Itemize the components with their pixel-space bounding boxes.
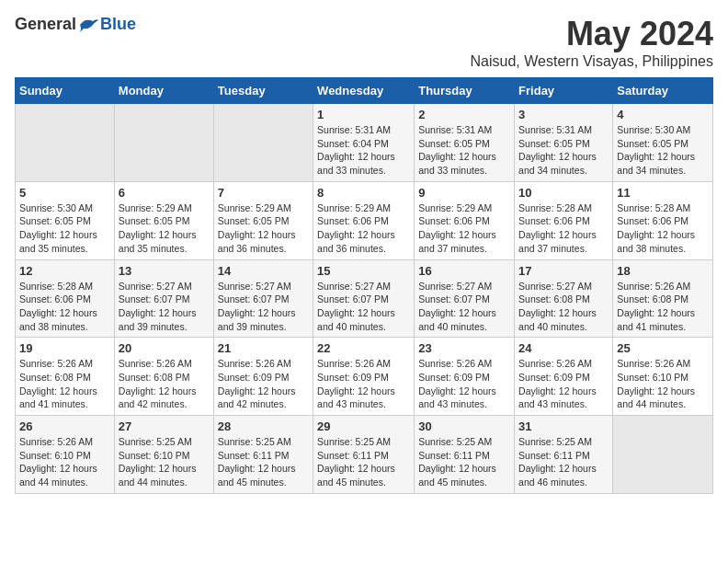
day-info: Sunrise: 5:26 AM Sunset: 6:10 PM Dayligh… (617, 357, 709, 411)
calendar-cell: 3Sunrise: 5:31 AM Sunset: 6:05 PM Daylig… (515, 104, 613, 182)
calendar-cell (114, 104, 213, 182)
day-info: Sunrise: 5:29 AM Sunset: 6:06 PM Dayligh… (317, 201, 410, 256)
calendar-cell: 23Sunrise: 5:26 AM Sunset: 6:09 PM Dayli… (415, 338, 515, 416)
day-number: 3 (518, 108, 609, 121)
main-title: May 2024 (471, 15, 713, 53)
calendar-cell (213, 104, 313, 182)
calendar-cell: 27Sunrise: 5:25 AM Sunset: 6:10 PM Dayli… (114, 416, 213, 494)
calendar-cell: 21Sunrise: 5:26 AM Sunset: 6:09 PM Dayli… (213, 338, 313, 416)
calendar-cell: 6Sunrise: 5:29 AM Sunset: 6:05 PM Daylig… (114, 181, 213, 259)
calendar-cell: 18Sunrise: 5:26 AM Sunset: 6:08 PM Dayli… (613, 259, 713, 338)
day-info: Sunrise: 5:26 AM Sunset: 6:09 PM Dayligh… (518, 357, 609, 411)
day-info: Sunrise: 5:25 AM Sunset: 6:11 PM Dayligh… (418, 435, 510, 489)
day-info: Sunrise: 5:26 AM Sunset: 6:09 PM Dayligh… (418, 357, 510, 411)
calendar-cell: 16Sunrise: 5:27 AM Sunset: 6:07 PM Dayli… (415, 259, 515, 338)
column-header-sunday: Sunday (16, 78, 115, 104)
day-info: Sunrise: 5:26 AM Sunset: 6:08 PM Dayligh… (119, 357, 210, 411)
day-number: 29 (317, 419, 410, 433)
calendar-week-row: 12Sunrise: 5:28 AM Sunset: 6:06 PM Dayli… (16, 259, 713, 338)
day-number: 30 (418, 419, 510, 433)
calendar-cell: 8Sunrise: 5:29 AM Sunset: 6:06 PM Daylig… (313, 181, 415, 259)
logo-bird-icon (78, 16, 100, 34)
day-info: Sunrise: 5:29 AM Sunset: 6:05 PM Dayligh… (218, 201, 309, 256)
calendar-cell: 28Sunrise: 5:25 AM Sunset: 6:11 PM Dayli… (213, 416, 313, 494)
day-info: Sunrise: 5:27 AM Sunset: 6:07 PM Dayligh… (418, 280, 510, 334)
column-header-tuesday: Tuesday (213, 78, 313, 104)
calendar-cell: 14Sunrise: 5:27 AM Sunset: 6:07 PM Dayli… (213, 259, 313, 338)
day-info: Sunrise: 5:26 AM Sunset: 6:09 PM Dayligh… (218, 357, 309, 411)
calendar-cell: 17Sunrise: 5:27 AM Sunset: 6:08 PM Dayli… (515, 259, 613, 338)
day-info: Sunrise: 5:27 AM Sunset: 6:07 PM Dayligh… (317, 280, 410, 334)
calendar-cell: 13Sunrise: 5:27 AM Sunset: 6:07 PM Dayli… (114, 259, 213, 338)
day-info: Sunrise: 5:29 AM Sunset: 6:06 PM Dayligh… (418, 201, 510, 256)
day-info: Sunrise: 5:26 AM Sunset: 6:09 PM Dayligh… (317, 357, 410, 411)
day-number: 31 (518, 419, 609, 433)
column-header-thursday: Thursday (415, 78, 515, 104)
calendar-header-row: SundayMondayTuesdayWednesdayThursdayFrid… (16, 78, 713, 104)
day-info: Sunrise: 5:28 AM Sunset: 6:06 PM Dayligh… (617, 201, 709, 256)
calendar-cell (16, 104, 115, 182)
calendar-cell (613, 416, 713, 494)
day-number: 18 (617, 264, 709, 278)
day-number: 2 (418, 108, 510, 121)
calendar-cell: 22Sunrise: 5:26 AM Sunset: 6:09 PM Dayli… (313, 338, 415, 416)
calendar-cell: 30Sunrise: 5:25 AM Sunset: 6:11 PM Dayli… (415, 416, 515, 494)
day-number: 20 (119, 341, 210, 355)
calendar-week-row: 26Sunrise: 5:26 AM Sunset: 6:10 PM Dayli… (16, 416, 713, 494)
day-number: 14 (218, 264, 309, 278)
day-number: 24 (518, 341, 609, 355)
day-number: 4 (617, 108, 709, 121)
calendar-week-row: 5Sunrise: 5:30 AM Sunset: 6:05 PM Daylig… (16, 181, 713, 259)
calendar-cell: 5Sunrise: 5:30 AM Sunset: 6:05 PM Daylig… (16, 181, 115, 259)
day-info: Sunrise: 5:26 AM Sunset: 6:08 PM Dayligh… (617, 280, 709, 334)
day-info: Sunrise: 5:28 AM Sunset: 6:06 PM Dayligh… (518, 201, 609, 256)
calendar-cell: 1Sunrise: 5:31 AM Sunset: 6:04 PM Daylig… (313, 104, 415, 182)
calendar-cell: 19Sunrise: 5:26 AM Sunset: 6:08 PM Dayli… (16, 338, 115, 416)
calendar-cell: 9Sunrise: 5:29 AM Sunset: 6:06 PM Daylig… (415, 181, 515, 259)
calendar-cell: 4Sunrise: 5:30 AM Sunset: 6:05 PM Daylig… (613, 104, 713, 182)
header: General Blue May 2024 Naisud, Western Vi… (15, 15, 713, 70)
calendar-cell: 25Sunrise: 5:26 AM Sunset: 6:10 PM Dayli… (613, 338, 713, 416)
day-info: Sunrise: 5:27 AM Sunset: 6:08 PM Dayligh… (518, 280, 609, 334)
day-info: Sunrise: 5:25 AM Sunset: 6:11 PM Dayligh… (518, 435, 609, 489)
day-number: 23 (418, 341, 510, 355)
day-number: 13 (119, 264, 210, 278)
calendar-cell: 29Sunrise: 5:25 AM Sunset: 6:11 PM Dayli… (313, 416, 415, 494)
day-number: 6 (119, 186, 210, 200)
column-header-wednesday: Wednesday (313, 78, 415, 104)
calendar-week-row: 19Sunrise: 5:26 AM Sunset: 6:08 PM Dayli… (16, 338, 713, 416)
day-number: 1 (317, 108, 410, 121)
day-number: 7 (218, 186, 309, 200)
calendar-cell: 15Sunrise: 5:27 AM Sunset: 6:07 PM Dayli… (313, 259, 415, 338)
day-info: Sunrise: 5:30 AM Sunset: 6:05 PM Dayligh… (617, 123, 709, 178)
calendar-cell: 31Sunrise: 5:25 AM Sunset: 6:11 PM Dayli… (515, 416, 613, 494)
day-number: 19 (19, 341, 110, 355)
day-number: 21 (218, 341, 309, 355)
day-number: 10 (518, 186, 609, 200)
logo-blue-text: Blue (100, 15, 136, 34)
day-number: 27 (119, 419, 210, 433)
day-info: Sunrise: 5:27 AM Sunset: 6:07 PM Dayligh… (218, 280, 309, 334)
logo-general-text: General (15, 15, 76, 34)
calendar-cell: 2Sunrise: 5:31 AM Sunset: 6:05 PM Daylig… (415, 104, 515, 182)
day-number: 9 (418, 186, 510, 200)
day-info: Sunrise: 5:26 AM Sunset: 6:10 PM Dayligh… (19, 435, 110, 489)
day-info: Sunrise: 5:31 AM Sunset: 6:04 PM Dayligh… (317, 123, 410, 178)
day-number: 26 (19, 419, 110, 433)
calendar: SundayMondayTuesdayWednesdayThursdayFrid… (15, 77, 713, 494)
day-info: Sunrise: 5:25 AM Sunset: 6:11 PM Dayligh… (317, 435, 410, 489)
day-info: Sunrise: 5:30 AM Sunset: 6:05 PM Dayligh… (19, 201, 110, 256)
day-number: 8 (317, 186, 410, 200)
day-number: 15 (317, 264, 410, 278)
calendar-cell: 12Sunrise: 5:28 AM Sunset: 6:06 PM Dayli… (16, 259, 115, 338)
day-number: 11 (617, 186, 709, 200)
day-number: 25 (617, 341, 709, 355)
calendar-cell: 20Sunrise: 5:26 AM Sunset: 6:08 PM Dayli… (114, 338, 213, 416)
day-info: Sunrise: 5:28 AM Sunset: 6:06 PM Dayligh… (19, 280, 110, 334)
calendar-week-row: 1Sunrise: 5:31 AM Sunset: 6:04 PM Daylig… (16, 104, 713, 182)
day-number: 17 (518, 264, 609, 278)
calendar-cell: 10Sunrise: 5:28 AM Sunset: 6:06 PM Dayli… (515, 181, 613, 259)
logo: General Blue (15, 15, 136, 34)
day-number: 22 (317, 341, 410, 355)
calendar-cell: 11Sunrise: 5:28 AM Sunset: 6:06 PM Dayli… (613, 181, 713, 259)
